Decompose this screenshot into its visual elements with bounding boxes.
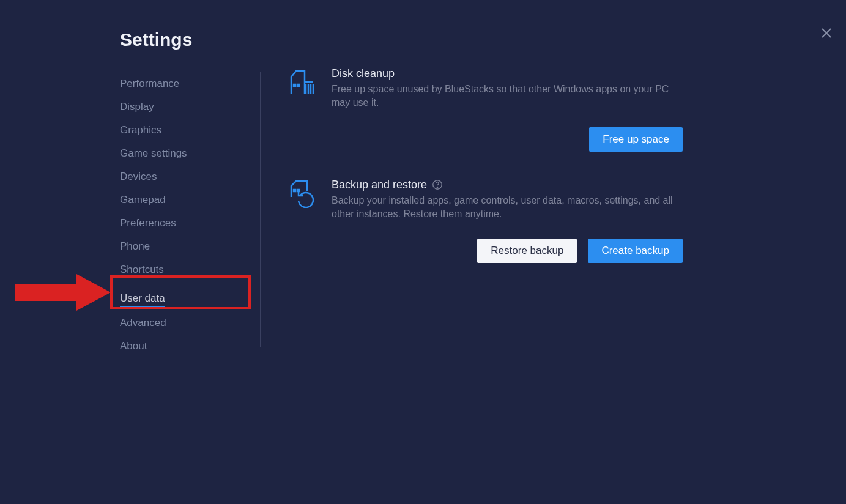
annotation-arrow-icon xyxy=(15,270,111,314)
svg-point-12 xyxy=(437,187,437,188)
sidebar-item-shortcuts[interactable]: Shortcuts xyxy=(120,258,254,281)
sidebar-item-about[interactable]: About xyxy=(120,335,254,358)
free-up-space-button[interactable]: Free up space xyxy=(589,127,683,152)
backup-restore-title: Backup and restore xyxy=(332,179,427,191)
svg-rect-9 xyxy=(294,190,295,191)
disk-cleanup-title: Disk cleanup xyxy=(332,67,684,80)
settings-sidebar: Performance Display Graphics Game settin… xyxy=(120,72,254,358)
sidebar-item-user-data[interactable]: User data xyxy=(120,287,165,307)
create-backup-button[interactable]: Create backup xyxy=(588,239,683,263)
sidebar-item-devices[interactable]: Devices xyxy=(120,165,254,188)
disk-cleanup-icon xyxy=(286,67,316,97)
sidebar-item-preferences[interactable]: Preferences xyxy=(120,212,254,235)
sidebar-item-phone[interactable]: Phone xyxy=(120,235,254,258)
svg-marker-13 xyxy=(15,274,111,311)
backup-restore-icon xyxy=(286,179,316,208)
disk-cleanup-section: Disk cleanup Free up space unused by Blu… xyxy=(286,67,684,152)
settings-content: Disk cleanup Free up space unused by Blu… xyxy=(286,67,684,290)
sidebar-item-display[interactable]: Display xyxy=(120,95,254,119)
backup-restore-section: Backup and restore Backup your installed… xyxy=(286,179,684,263)
sidebar-item-advanced[interactable]: Advanced xyxy=(120,311,254,335)
backup-restore-desc: Backup your installed apps, game control… xyxy=(332,194,684,221)
help-icon[interactable] xyxy=(432,179,443,190)
sidebar-item-game-settings[interactable]: Game settings xyxy=(120,142,254,165)
disk-cleanup-desc: Free up space unused by BlueStacks so th… xyxy=(332,83,684,110)
sidebar-item-graphics[interactable]: Graphics xyxy=(120,119,254,142)
restore-backup-button[interactable]: Restore backup xyxy=(477,239,577,263)
sidebar-divider xyxy=(260,72,261,347)
sidebar-item-gamepad[interactable]: Gamepad xyxy=(120,188,254,212)
svg-rect-3 xyxy=(297,84,299,86)
svg-rect-2 xyxy=(294,84,295,86)
page-title: Settings xyxy=(120,29,192,50)
close-button[interactable] xyxy=(819,26,834,40)
sidebar-item-performance[interactable]: Performance xyxy=(120,72,254,95)
